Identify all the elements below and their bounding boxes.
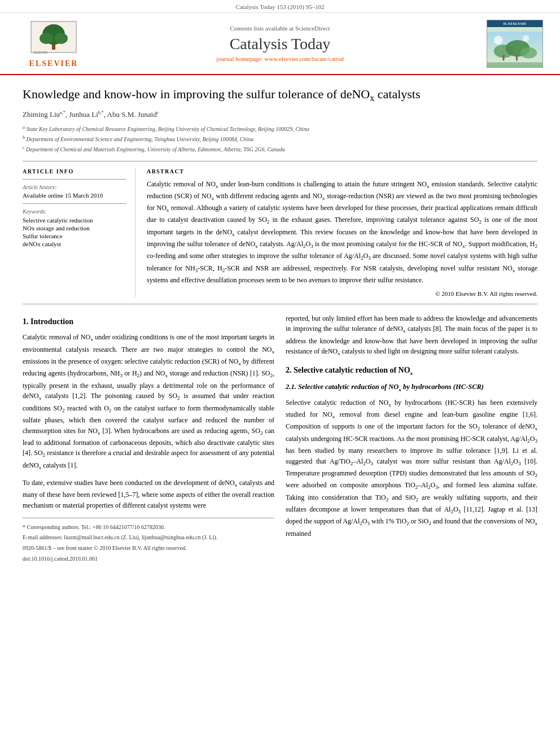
- divider-1: [23, 161, 537, 161]
- section21-heading: 2.1. Selective catalytic reduction of NO…: [286, 382, 537, 394]
- footnote-issn: 0920-5861/$ – see front matter © 2010 El…: [23, 544, 274, 553]
- svg-point-5: [51, 27, 56, 31]
- keyword-1: Selective catalytic reduction: [23, 217, 126, 224]
- available-online: Available online 15 March 2010: [23, 192, 126, 199]
- footnote-area: * Corresponding authors. Tel.: +86 10 64…: [23, 518, 274, 563]
- journal-header: ELSEVIER ELSEVIER Contents lists availab…: [0, 13, 560, 75]
- citation-bar: Catalysis Today 153 (2010) 95–102: [0, 0, 560, 13]
- cover-image: [487, 27, 542, 67]
- homepage-url[interactable]: www.elsevier.com/locate/cattod: [264, 55, 343, 62]
- affiliations: a State Key Laboratory of Chemical Resou…: [23, 124, 537, 154]
- article-info-abstract: ARTICLE INFO Article history: Available …: [23, 168, 537, 297]
- journal-cover-area: iCATALYSIS: [470, 20, 543, 68]
- abstract-text: Catalytic removal of NOx under lean-burn…: [147, 179, 537, 286]
- footnote-email: E-mail addresses: liuzm@mail.buct.edu.cn…: [23, 533, 274, 542]
- article-info-heading: ARTICLE INFO: [23, 168, 126, 174]
- journal-homepage: journal homepage: www.elsevier.com/locat…: [90, 55, 470, 62]
- keyword-2: NOx storage and reduction: [23, 225, 126, 231]
- affiliation-b: b Department of Environmental Science an…: [23, 134, 537, 143]
- right-para1: reported, but only limited effort has be…: [286, 313, 537, 359]
- footnote-corresponding: * Corresponding authors. Tel.: +86 10 64…: [23, 523, 274, 532]
- elsevier-tree-icon: ELSEVIER: [28, 19, 79, 58]
- article-info-section: ARTICLE INFO Article history: Available …: [23, 168, 135, 297]
- homepage-label: journal homepage:: [216, 55, 262, 62]
- affiliation-c: c Department of Chemical and Materials E…: [23, 145, 537, 154]
- keyword-4: deNOx catalyst: [23, 241, 126, 247]
- article-title: Knowledge and know-how in improving the …: [23, 86, 537, 104]
- svg-text:ELSEVIER: ELSEVIER: [34, 51, 48, 54]
- abstract-section: ABSTRACT Catalytic removal of NOx under …: [147, 168, 537, 297]
- abstract-heading: ABSTRACT: [147, 168, 537, 174]
- affiliation-a: a State Key Laboratory of Chemical Resou…: [23, 124, 537, 133]
- svg-rect-13: [502, 55, 504, 60]
- cover-illustration-icon: [487, 27, 542, 67]
- cover-title-text: iCATALYSIS: [504, 21, 526, 26]
- journal-cover: iCATALYSIS: [487, 20, 543, 68]
- body-left-col: 1. Introduction Catalytic removal of NOx…: [23, 313, 274, 563]
- body-content: 1. Introduction Catalytic removal of NOx…: [23, 313, 537, 563]
- copyright: © 2010 Elsevier B.V. All rights reserved…: [147, 290, 537, 297]
- elsevier-logo: ELSEVIER ELSEVIER: [17, 19, 90, 68]
- svg-point-10: [520, 47, 537, 59]
- intro-para2: To date, extensive studies have been con…: [23, 478, 274, 511]
- page: Catalysis Today 153 (2010) 95–102 ELSEVI: [0, 0, 560, 747]
- keywords-label: Keywords:: [23, 208, 126, 215]
- svg-point-3: [40, 33, 53, 44]
- elsevier-text: ELSEVIER: [29, 59, 78, 68]
- body-right-col: reported, but only limited effort has be…: [286, 313, 537, 563]
- svg-point-4: [54, 33, 68, 44]
- svg-point-12: [523, 35, 530, 42]
- citation-text: Catalysis Today 153 (2010) 95–102: [235, 3, 324, 10]
- intro-para1: Catalytic removal of NOx under oxidizing…: [23, 332, 274, 472]
- body-two-col: 1. Introduction Catalytic removal of NOx…: [23, 313, 537, 563]
- cover-title: iCATALYSIS: [487, 20, 542, 27]
- section2-heading: 2. Selective catalytic reduction of NOx: [286, 364, 537, 378]
- keyword-3: Sulfur tolerance: [23, 233, 126, 239]
- journal-title-area: Contents lists available at ScienceDirec…: [90, 25, 470, 62]
- divider-2: [23, 304, 537, 304]
- svg-rect-14: [516, 55, 518, 60]
- doi-line: doi:10.1016/j.cattod.2010.01.061: [23, 554, 274, 563]
- section21-para1: Selective catalytic reduction of NOx by …: [286, 397, 537, 539]
- journal-title: Catalysis Today: [90, 35, 470, 53]
- sciencedirect-label: Contents lists available at ScienceDirec…: [230, 25, 330, 32]
- history-label: Article history:: [23, 184, 126, 190]
- elsevier-logo-area: ELSEVIER ELSEVIER: [17, 19, 90, 68]
- authors: Zhiming Liua,*, Junhua Lib,*, Abu S.M. J…: [23, 110, 537, 119]
- intro-heading: 1. Introduction: [23, 316, 274, 328]
- svg-point-11: [494, 36, 503, 45]
- sciencedirect-line: Contents lists available at ScienceDirec…: [90, 25, 470, 32]
- article-content: Knowledge and know-how in improving the …: [0, 75, 560, 575]
